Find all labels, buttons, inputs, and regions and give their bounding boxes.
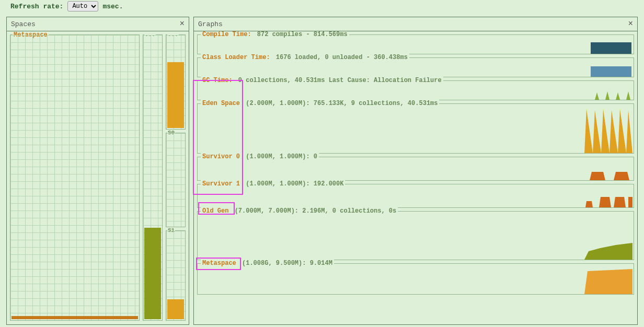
metaspace-row: Metaspace (1.008G, 9.500M): 9.014M (197, 263, 634, 295)
grid-background (10, 35, 139, 320)
close-icon[interactable]: × (179, 19, 185, 29)
s0-legend: Survivor 0 (1.000M, 1.000M): 0 (201, 153, 319, 160)
refresh-unit: msec. (102, 3, 123, 10)
classloader-chart (585, 59, 632, 77)
svg-marker-13 (584, 243, 632, 260)
compile-legend: Compile Time: 872 compiles - 814.569ms (201, 31, 349, 38)
main-area: Spaces × Metaspace ... ... (0, 17, 644, 325)
oldgen-row: Old Gen (7.000M, 7.000M): 2.196M, 0 coll… (197, 211, 634, 260)
metaspace-legend: Metaspace (1.008G, 9.500M): 9.014M (201, 260, 334, 267)
toolbar: Refresh rate: Auto msec. (0, 0, 644, 17)
s1-chart (584, 185, 632, 207)
metaspace-chart (584, 265, 632, 294)
olive-bar (144, 228, 161, 319)
graphs-title: Graphs (198, 20, 223, 28)
orange-bar-top (167, 62, 184, 128)
svg-marker-11 (614, 197, 626, 207)
s0-box: S0 (166, 133, 186, 228)
svg-marker-7 (590, 172, 605, 180)
oldgen-chart (584, 214, 632, 260)
spaces-col-2: ... S0 S1 (166, 34, 186, 321)
s1-legend: Survivor 1 (1.000M, 1.000M): 192.000K (201, 180, 345, 188)
metaspace-box: Metaspace (10, 34, 140, 321)
svg-marker-6 (584, 109, 632, 153)
gc-legend: GC Time: 9 collections, 40.531ms Last Ca… (201, 77, 443, 84)
s0-row: Survivor 0 (1.000M, 1.000M): 0 (197, 157, 634, 181)
spaces-panel: Spaces × Metaspace ... ... (6, 17, 189, 325)
compile-row: Compile Time: 872 compiles - 814.569ms (197, 34, 634, 54)
gc-row: GC Time: 9 collections, 40.531ms Last Ca… (197, 80, 634, 100)
classloader-row: Class Loader Time: 1676 loaded, 0 unload… (197, 57, 634, 77)
compile-chart (585, 36, 632, 54)
metaspace-fill (12, 316, 138, 319)
s1-box: S1 (166, 230, 186, 321)
svg-rect-1 (591, 66, 631, 77)
spaces-title: Spaces (11, 20, 36, 28)
spaces-header: Spaces × (7, 17, 189, 31)
eden-chart (584, 106, 632, 153)
svg-marker-9 (585, 201, 593, 207)
svg-rect-12 (628, 197, 632, 207)
s0-chart (584, 158, 632, 180)
eden-legend: Eden Space (2.000M, 1.000M): 765.133K, 9… (201, 100, 439, 107)
dots-box-2: ... (166, 34, 186, 130)
svg-marker-5 (626, 91, 630, 100)
eden-row: Eden Space (2.000M, 1.000M): 765.133K, 9… (197, 103, 634, 154)
graphs-panel: Graphs × Compile Time: 872 compiles - 81… (193, 17, 638, 325)
spaces-body: Metaspace ... ... S0 (7, 31, 189, 324)
svg-marker-14 (584, 269, 632, 294)
refresh-rate-select[interactable]: Auto (67, 1, 98, 11)
graphs-body: Compile Time: 872 compiles - 814.569ms C… (194, 31, 637, 324)
svg-marker-10 (599, 197, 611, 207)
gc-chart (585, 82, 632, 100)
oldgen-legend: Old Gen (7.000M, 7.000M): 2.196M, 0 coll… (201, 207, 398, 215)
svg-marker-4 (616, 92, 620, 100)
classloader-legend: Class Loader Time: 1676 loaded, 0 unload… (201, 54, 409, 61)
orange-bar-s1 (167, 299, 184, 319)
svg-rect-0 (591, 42, 631, 54)
close-icon[interactable]: × (628, 19, 633, 29)
refresh-label: Refresh rate: (10, 3, 63, 10)
svg-marker-8 (614, 172, 629, 180)
dots-box-1: ... (143, 34, 163, 321)
spaces-col-1: ... (143, 34, 163, 321)
svg-marker-2 (595, 92, 599, 100)
svg-marker-3 (605, 91, 610, 100)
s1-row: Survivor 1 (1.000M, 1.000M): 192.000K (197, 184, 634, 208)
graphs-header: Graphs × (194, 17, 637, 31)
